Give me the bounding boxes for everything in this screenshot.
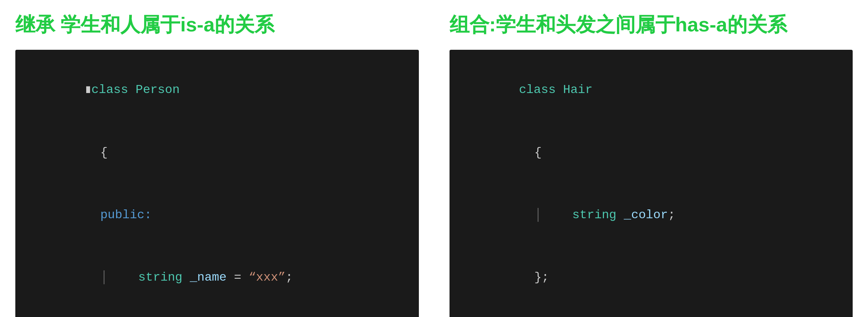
hair-class-line: class Hair <box>460 59 842 121</box>
indent-space <box>85 267 100 288</box>
left-title: 继承 学生和人属于is-a的关系 <box>15 11 419 38</box>
hair-close-brace: }; <box>460 247 842 309</box>
public-label: public: <box>100 208 152 222</box>
right-title: 组合:学生和头发之间属于has-a的关系 <box>450 11 853 38</box>
brace-close-hair: }; <box>534 270 549 284</box>
right-section: 组合:学生和头发之间属于has-a的关系 class Hair { │ stri… <box>450 11 853 317</box>
str-val: “xxx” <box>249 270 286 284</box>
name-var: _name <box>190 270 226 284</box>
page-container: 继承 学生和人属于is-a的关系 ∎class Person { public:… <box>15 11 853 317</box>
class-name-hair: Hair <box>563 83 592 97</box>
bar-line: │ <box>100 270 108 284</box>
hair-open-brace: { <box>460 121 842 184</box>
left-code-block: ∎class Person { public: │ string _name =… <box>15 50 419 317</box>
string-keyword-hair: string <box>572 208 616 222</box>
indent2 <box>108 267 138 288</box>
space-hair <box>617 208 624 222</box>
brace-open-hair: { <box>534 145 541 160</box>
indent-space <box>519 142 534 163</box>
person-close-brace: }; <box>26 309 408 317</box>
class-keyword-hair: class <box>519 83 563 97</box>
brace-open-person: { <box>100 145 108 160</box>
indent-space <box>85 142 100 163</box>
string-keyword: string <box>138 270 182 284</box>
person-public-line: public: <box>26 184 408 246</box>
indent-space <box>85 205 100 225</box>
bar-line-hair: │ <box>534 208 541 222</box>
collapse-icon-person[interactable]: ∎ <box>85 84 92 96</box>
left-section: 继承 学生和人属于is-a的关系 ∎class Person { public:… <box>15 11 419 317</box>
right-code-block: class Hair { │ string _color; }; class S… <box>450 50 853 317</box>
indent2 <box>541 205 572 225</box>
person-class-line: ∎class Person <box>26 59 408 121</box>
person-string-line: │ string _name = “xxx”; <box>26 247 408 309</box>
class-name-person: Person <box>136 83 180 97</box>
person-open-brace: { <box>26 121 408 184</box>
semicolon1: ; <box>286 270 293 284</box>
hair-color-line: │ string _color; <box>460 184 842 246</box>
color-var: _color <box>624 208 668 222</box>
blank-line-right <box>460 309 842 317</box>
space <box>182 270 190 284</box>
class-keyword-person: class <box>91 83 135 97</box>
indent-space <box>519 205 534 225</box>
assign: = <box>226 270 249 284</box>
semicolon-hair: ; <box>668 208 675 222</box>
indent-space <box>519 267 534 288</box>
